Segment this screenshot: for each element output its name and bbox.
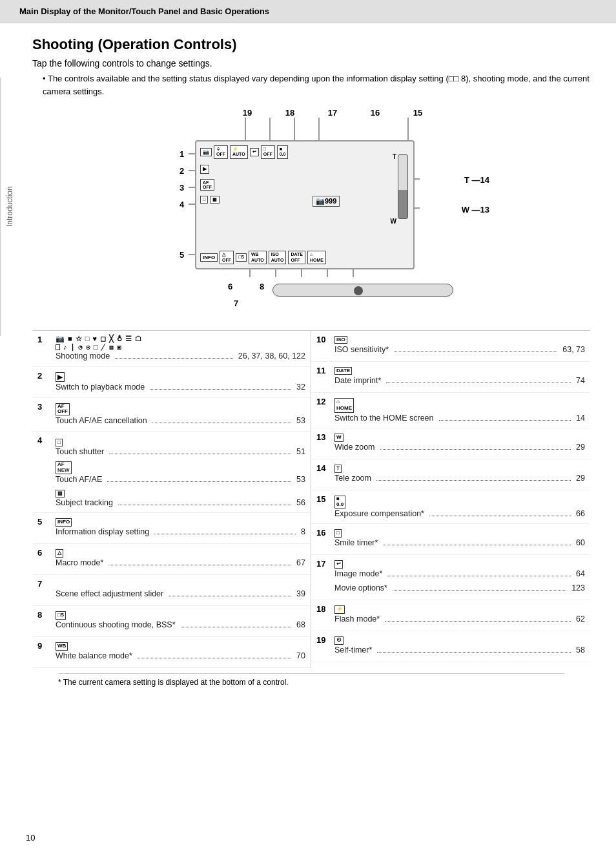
ref-item-7: 7 Scene effect adjustment slider 39 [32, 575, 311, 606]
ref-item-12: 12 ⌂HOME Switch to the HOME screen 14 [311, 393, 590, 428]
header-title: Main Display of the Monitor/Touch Panel … [19, 6, 269, 16]
ref-item-5: 5 INFO Information display setting 8 [32, 513, 311, 544]
ref-item-8: 8 □S Continuous shooting mode, BSS* 68 [32, 606, 311, 637]
diagram: 19 18 17 16 15 📷 ♤OFF ⚡AUTO ↩ □OFF ■0.0 [130, 108, 492, 315]
ref-item-4: 4 □ Touch shutter 51 AFNEW [32, 432, 311, 514]
ref-item-3: 3 AFOFF Touch AF/AE cancellation 53 [32, 398, 311, 432]
num-5: 5 [180, 250, 184, 260]
ref-item-14: 14 T Tele zoom 29 [311, 459, 590, 490]
section-title: Shooting (Operation Controls) [32, 36, 590, 53]
num-1: 1 [180, 149, 184, 159]
imgmode-icon: ↩ [250, 148, 259, 156]
ref-col-left: 1 📷 ■ ☆ □ ♥ ◻ ╳ ♁ ☰ ☖ ⎕ ♪ ┃ ◔ ◉ □ ╱ ▤ ▣ … [32, 331, 311, 668]
home-icon: ⌂HOME [307, 251, 326, 264]
side-label: Introduction [0, 78, 18, 336]
ref-item-1: 1 📷 ■ ☆ □ ♥ ◻ ╳ ♁ ☰ ☖ ⎕ ♪ ┃ ◔ ◉ □ ╱ ▤ ▣ … [32, 331, 311, 367]
info-icon: INFO [200, 253, 218, 262]
slider-thumb [354, 286, 363, 295]
row2-icons: ▶ [200, 162, 209, 174]
ref-item-10: 10 ISO ISO sensitivity* 63, 73 [311, 331, 590, 362]
self-timer-icon: ♤OFF [214, 145, 228, 159]
bullet-point: • The controls available and the setting… [43, 72, 590, 98]
row5-icons: INFO △OFF □S WBAUTO ISOAUTO DATEOFF ⌂HOM… [200, 251, 326, 264]
shot-count: 📷999 [313, 196, 340, 207]
footer-note: * The current camera setting is displaye… [58, 673, 564, 691]
slider-area: 7 [195, 299, 389, 309]
ref-item-2: 2 ▶ Switch to playback mode 32 [32, 367, 311, 398]
camera-icon: 📷 [200, 148, 212, 157]
top-numbers: 19 18 17 16 15 [226, 108, 439, 118]
w-label-inner: W [391, 218, 396, 225]
cont-shoot-icon: □S [236, 253, 247, 261]
touch-shutter-icon: □ [200, 196, 208, 204]
smile-icon: □OFF [261, 145, 275, 159]
ref-item-19: 19 ⏲ Self-timer* 58 [311, 631, 590, 662]
page-footer: 10 [26, 833, 35, 843]
t-zoom-label: T —14 [464, 175, 489, 185]
ref-item-9: 9 WB White balance mode* 70 [32, 637, 311, 668]
ref-item-18: 18 ⚡ Flash mode* 62 [311, 600, 590, 631]
ref-item-11: 11 DATE Date imprint* 74 [311, 362, 590, 393]
ref-item-15: 15 ■0.0 Exposure compensation* 66 [311, 490, 590, 524]
iso-icon: ISOAUTO [269, 251, 287, 264]
page-header: Main Display of the Monitor/Touch Panel … [0, 0, 616, 23]
zoom-bar-inner [398, 154, 408, 219]
num-7: 7 [234, 299, 389, 308]
afae-icon: AFOFF [200, 179, 214, 191]
main-content: Shooting (Operation Controls) Tap the fo… [0, 23, 616, 704]
row1-icons: 📷 ♤OFF ⚡AUTO ↩ □OFF ■0.0 [200, 145, 288, 159]
macro-icon: △OFF [220, 251, 234, 264]
w-zoom-label: W —13 [462, 205, 489, 215]
ref-item-16: 16 □ Smile timer* 60 [311, 524, 590, 555]
row3-icons: AFOFF [200, 179, 214, 191]
num-3: 3 [180, 183, 184, 193]
playback-icon: ▶ [200, 165, 209, 174]
ref-item-6: 6 △ Macro mode* 67 [32, 544, 311, 575]
num-2: 2 [180, 166, 184, 176]
flash-icon: ⚡AUTO [230, 145, 248, 159]
ref-item-17: 17 ↩ Image mode* 64 Movie options* 123 [311, 555, 590, 600]
ref-table: 1 📷 ■ ☆ □ ♥ ◻ ╳ ♁ ☰ ☖ ⎕ ♪ ┃ ◔ ◉ □ ╱ ▤ ▣ … [32, 330, 590, 668]
section-intro: Tap the following controls to change set… [32, 58, 590, 68]
ref-col-right: 10 ISO ISO sensitivity* 63, 73 11 DATE [311, 331, 590, 668]
slider-bar [272, 284, 453, 297]
wb-icon: WBAUTO [249, 251, 267, 264]
exp-comp-icon: ■0.0 [277, 145, 289, 159]
diagram-container: 19 18 17 16 15 📷 ♤OFF ⚡AUTO ↩ □OFF ■0.0 [32, 108, 590, 315]
camera-screen: 📷 ♤OFF ⚡AUTO ↩ □OFF ■0.0 ▶ AFOFF □ [195, 140, 415, 269]
ref-item-13: 13 W Wide zoom 29 [311, 428, 590, 459]
zoom-fill [398, 190, 407, 218]
num-4: 4 [180, 200, 184, 209]
t-label-inner: T [393, 153, 396, 160]
date-icon: DATEOFF [288, 251, 305, 264]
subject-track-icon: ▩ [210, 196, 220, 204]
row4-icons: □ ▩ [200, 196, 220, 204]
